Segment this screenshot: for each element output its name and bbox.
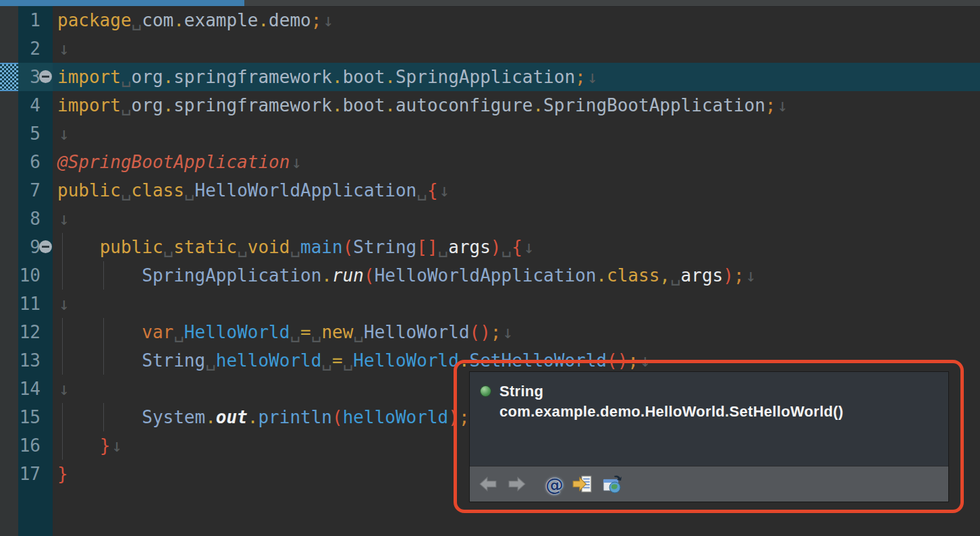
open-in-browser-icon bbox=[601, 475, 623, 493]
doc-return-type: String bbox=[499, 381, 844, 402]
method-icon bbox=[481, 386, 491, 396]
line-number[interactable]: 16 bbox=[18, 431, 53, 460]
doc-signature: String com.example.demo.HelloWorld.SetHe… bbox=[499, 381, 844, 422]
code-text[interactable]: package␣com.example.demo;↓ bbox=[53, 6, 980, 34]
indent-guide bbox=[62, 261, 63, 290]
gutter-cell[interactable]: 6 bbox=[18, 148, 53, 176]
open-source-button[interactable] bbox=[571, 473, 594, 495]
code-text[interactable]: SpringApplication.run(HelloWorldApplicat… bbox=[53, 261, 980, 290]
line-number[interactable]: 4 bbox=[18, 91, 53, 119]
code-text[interactable]: ↓ bbox=[53, 119, 980, 148]
open-source-icon bbox=[572, 475, 593, 493]
line-number[interactable]: 17 bbox=[18, 460, 53, 488]
code-line-5[interactable]: 5↓ bbox=[0, 119, 980, 148]
code-text[interactable]: ↓ bbox=[53, 34, 980, 63]
gutter-selection-marker bbox=[0, 63, 18, 91]
gutter-cell[interactable]: 15 bbox=[18, 403, 53, 431]
indent-guide bbox=[62, 431, 63, 460]
left-rail bbox=[0, 375, 18, 403]
left-rail bbox=[0, 488, 18, 536]
left-rail bbox=[0, 148, 18, 176]
left-rail bbox=[0, 6, 18, 34]
line-number[interactable]: 12 bbox=[18, 318, 53, 346]
code-text[interactable]: import␣org.springframework.boot.autoconf… bbox=[53, 91, 980, 119]
code-line-1[interactable]: 1package␣com.example.demo;↓ bbox=[0, 6, 980, 34]
code-line-11[interactable]: 11↓ bbox=[0, 290, 980, 318]
code-text[interactable]: public␣class␣HelloWorldApplication␣{↓ bbox=[53, 176, 980, 205]
ide-window: 1package␣com.example.demo;↓2↓3import␣org… bbox=[0, 0, 980, 536]
forward-button[interactable] bbox=[506, 474, 528, 494]
line-number[interactable]: 1 bbox=[18, 6, 53, 34]
line-number[interactable]: 8 bbox=[18, 205, 53, 233]
left-rail bbox=[0, 431, 18, 460]
gutter-cell[interactable]: 7 bbox=[18, 176, 53, 205]
gutter-cell[interactable]: 13 bbox=[18, 346, 53, 375]
line-number[interactable]: 5 bbox=[18, 119, 53, 148]
gutter-cell[interactable]: 4 bbox=[18, 91, 53, 119]
indent-guide bbox=[103, 318, 104, 346]
code-line-8[interactable]: 8↓ bbox=[0, 205, 980, 233]
gutter-column bbox=[18, 488, 53, 536]
gutter-cell[interactable]: 10 bbox=[18, 261, 53, 290]
code-line-6[interactable]: 6@SpringBootApplication↓ bbox=[0, 148, 980, 176]
line-number[interactable]: 13 bbox=[18, 346, 53, 375]
line-number[interactable]: 6 bbox=[18, 148, 53, 176]
line-number[interactable]: 11 bbox=[18, 290, 53, 318]
doc-toolbar: @ bbox=[470, 466, 948, 502]
code-line-2[interactable]: 2↓ bbox=[0, 34, 980, 63]
left-rail bbox=[0, 91, 18, 119]
code-text[interactable]: ↓ bbox=[53, 290, 980, 318]
muted-breakpoint-icon[interactable] bbox=[39, 240, 52, 253]
left-rail bbox=[0, 403, 18, 431]
code-text[interactable]: public␣static␣void␣main(String[]␣args)␣{… bbox=[53, 233, 980, 261]
doc-content: String com.example.demo.HelloWorld.SetHe… bbox=[470, 372, 948, 466]
gutter-cell[interactable]: 2 bbox=[18, 34, 53, 63]
left-rail bbox=[0, 261, 18, 290]
code-line-9[interactable]: 9 public␣static␣void␣main(String[]␣args)… bbox=[0, 233, 980, 261]
back-icon bbox=[478, 475, 498, 493]
gutter-cell[interactable]: 12 bbox=[18, 318, 53, 346]
show-javadoc-button[interactable]: @ bbox=[544, 473, 565, 496]
gutter-cell[interactable]: 17 bbox=[18, 460, 53, 488]
code-text[interactable]: ↓ bbox=[53, 205, 980, 233]
indent-guide bbox=[103, 346, 104, 375]
gutter-cell[interactable]: 5 bbox=[18, 119, 53, 148]
gutter-cell[interactable]: 11 bbox=[18, 290, 53, 318]
gutter-cell[interactable]: 16 bbox=[18, 431, 53, 460]
documentation-popup: String com.example.demo.HelloWorld.SetHe… bbox=[454, 360, 964, 513]
left-rail bbox=[0, 34, 18, 63]
open-in-browser-button[interactable] bbox=[600, 473, 624, 495]
indent-guide bbox=[103, 403, 104, 431]
top-tab-indicator bbox=[0, 0, 244, 6]
back-button[interactable] bbox=[477, 474, 499, 494]
forward-icon bbox=[507, 475, 527, 493]
doc-qualified-name: com.example.demo.HelloWorld.SetHelloWorl… bbox=[499, 402, 844, 422]
line-number[interactable]: 15 bbox=[18, 403, 53, 431]
code-line-4[interactable]: 4import␣org.springframework.boot.autocon… bbox=[0, 91, 980, 119]
left-rail bbox=[0, 233, 18, 261]
left-rail bbox=[0, 346, 18, 375]
code-text[interactable]: @SpringBootApplication↓ bbox=[53, 148, 980, 176]
line-number[interactable]: 10 bbox=[18, 261, 53, 290]
code-line-10[interactable]: 10 SpringApplication.run(HelloWorldAppli… bbox=[0, 261, 980, 290]
gutter-cell[interactable]: 1 bbox=[18, 6, 53, 34]
gutter-cell[interactable]: 3 bbox=[18, 63, 53, 91]
muted-breakpoint-icon[interactable] bbox=[39, 70, 52, 83]
documentation-panel: String com.example.demo.HelloWorld.SetHe… bbox=[469, 371, 949, 502]
code-line-3[interactable]: 3import␣org.springframework.boot.SpringA… bbox=[0, 63, 980, 91]
code-text[interactable]: import␣org.springframework.boot.SpringAp… bbox=[53, 63, 980, 91]
code-text[interactable]: var␣HelloWorld␣=␣new␣HelloWorld();↓ bbox=[53, 318, 980, 346]
gutter-cell[interactable]: 14 bbox=[18, 375, 53, 403]
line-number[interactable]: 14 bbox=[18, 375, 53, 403]
left-rail bbox=[0, 176, 18, 205]
code-line-7[interactable]: 7public␣class␣HelloWorldApplication␣{↓ bbox=[0, 176, 980, 205]
line-number[interactable]: 7 bbox=[18, 176, 53, 205]
left-rail bbox=[0, 290, 18, 318]
left-rail bbox=[0, 205, 18, 233]
left-rail bbox=[0, 119, 18, 148]
code-line-12[interactable]: 12 var␣HelloWorld␣=␣new␣HelloWorld();↓ bbox=[0, 318, 980, 346]
line-number[interactable]: 2 bbox=[18, 34, 53, 63]
gutter-cell[interactable]: 9 bbox=[18, 233, 53, 261]
gutter-cell[interactable]: 8 bbox=[18, 205, 53, 233]
at-icon: @ bbox=[545, 474, 564, 495]
